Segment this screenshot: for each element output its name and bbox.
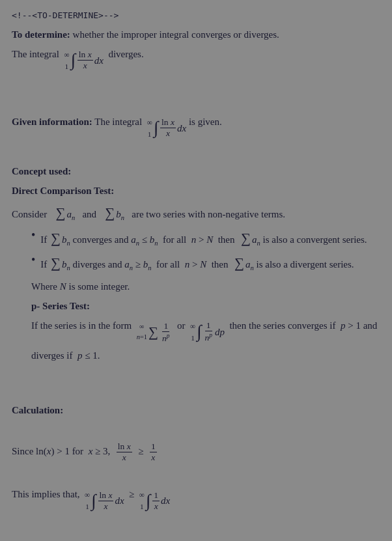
- p-integral-dp: dp: [215, 324, 225, 340]
- p-diverges-text: diverges if p ≤ 1.: [31, 348, 380, 363]
- imp-frac1-num: ln x: [98, 490, 114, 501]
- integral-upper: ∞: [64, 49, 69, 61]
- p-series-block: If the series is in the form ∞ n=1 ∑ 1 n…: [31, 318, 380, 363]
- imp-int2-lower: 1: [140, 501, 144, 512]
- since-frac: ln x x: [117, 441, 132, 463]
- p-integral-sym: ∫: [197, 323, 201, 340]
- imp-int1-lower: 1: [85, 501, 89, 512]
- since-frac-num: ln x: [117, 441, 132, 452]
- imp-frac1-den: x: [102, 501, 109, 512]
- p-integral-lower: 1: [191, 332, 195, 344]
- since-frac2: 1 x: [150, 441, 157, 463]
- since-frac-den: x: [121, 452, 128, 463]
- p-integral-frac: 1 np: [203, 320, 213, 343]
- dct-description: Consider ∑an and ∑bn are two series with…: [12, 202, 380, 225]
- p-series-sum: ∞ n=1 ∑ 1 np: [137, 321, 173, 344]
- concept-used: Concept used:: [12, 163, 380, 179]
- to-determine-content: whether the improper integral converges …: [73, 29, 279, 40]
- given-info-label: Given information:: [12, 117, 92, 127]
- given-integral-upper: ∞: [147, 117, 152, 128]
- given-info: Given information: The integral ∞ 1 ∫ ln…: [12, 114, 380, 140]
- p-integral-upper: ∞: [190, 320, 195, 332]
- given-is-given: is given.: [189, 117, 222, 127]
- p-series-num: 1: [162, 321, 169, 332]
- calc-header: Calculation:: [12, 402, 380, 418]
- given-integral-lower: 1: [148, 128, 152, 140]
- sum-lower: n=1: [137, 332, 147, 343]
- sum-bn-symbol: ∑: [105, 205, 115, 221]
- imp-frac2-num: 1: [152, 490, 160, 501]
- given-integral: ∞ 1 ∫ ln x x dx: [147, 117, 187, 140]
- implies-text: This implies that, ∞ 1 ∫ ln x x dx ≥ ∞ 1…: [12, 486, 380, 512]
- dct-header: Direct Comparison Test:: [12, 183, 380, 199]
- given-integral-fraction: ln x x: [160, 117, 176, 139]
- p-integral-num: 1: [205, 320, 212, 331]
- bullet-2: • If ∑bn diverges and an ≥ bn for all n …: [31, 253, 380, 275]
- p-series-label: p- Series Test:: [31, 298, 380, 314]
- imp-frac2: 1 x: [152, 490, 160, 512]
- imp-dx1: dx: [115, 493, 124, 508]
- p-series-text: If the series is in the form ∞ n=1 ∑ 1 n…: [31, 318, 380, 344]
- fraction-numerator: ln x: [77, 49, 93, 61]
- p-gt1: p: [341, 320, 346, 331]
- integral-lower: 1: [65, 61, 69, 72]
- given-dx: dx: [177, 120, 186, 136]
- given-info-text: The integral: [94, 117, 145, 127]
- to-determine-label: To determine:: [12, 29, 70, 40]
- concept-label: Concept used:: [12, 166, 71, 176]
- imp-frac2-den: x: [153, 501, 160, 512]
- imp-int2-sym: ∫: [146, 492, 150, 510]
- sum-an-symbol: ∑: [55, 205, 65, 221]
- page-container: <!--<TO-DETERMINE>--> To determine: whet…: [12, 9, 380, 512]
- fraction-denominator: x: [82, 61, 89, 71]
- p-series-frac: 1 np: [161, 321, 171, 344]
- imp-int1-upper: ∞: [85, 489, 90, 501]
- implies-integral1: ∞ 1 ∫ ln x x dx: [85, 489, 124, 512]
- given-fraction-denominator: x: [165, 128, 171, 139]
- p-series-integral: ∞ 1 ∫ 1 np dp: [190, 320, 225, 344]
- bullet-2-text: If ∑bn diverges and an ≥ bn for all n > …: [40, 253, 354, 275]
- implies-integral2: ∞ 1 ∫ 1 x dx: [139, 489, 170, 512]
- integral-symbol: ∫: [70, 51, 75, 69]
- p-series-den: np: [161, 332, 171, 344]
- bullet-2-dot: •: [31, 254, 35, 266]
- imp-frac1: ln x x: [98, 490, 114, 512]
- imp-dx2: dx: [161, 493, 170, 508]
- dct-label: Direct Comparison Test:: [12, 186, 114, 196]
- where-n: Where N is some integer.: [31, 279, 380, 294]
- comment-to-determine-open: <!--<TO-DETERMINE>-->: [12, 9, 380, 23]
- since-frac2-den: x: [150, 452, 156, 463]
- since-frac2-num: 1: [150, 441, 157, 452]
- answer-result: diverges.: [108, 49, 143, 59]
- p-le1: p: [77, 350, 83, 361]
- since-text: Since ln(x) > 1 for x ≥ 3, ln x x ≥ 1 x: [12, 441, 380, 463]
- to-determine-text: To determine: whether the improper integ…: [12, 27, 380, 42]
- integral-fraction: ln x x: [77, 49, 93, 71]
- given-integral-symbol: ∫: [154, 119, 158, 137]
- an-term: an: [66, 209, 75, 219]
- given-fraction-numerator: ln x: [160, 117, 176, 128]
- answer-text: The integral ∞ 1 ∫ ln x x dx diverges.: [12, 46, 380, 72]
- bullet-1: • If ∑bn converges and an ≤ bn for all n…: [31, 228, 380, 250]
- bullet-1-text: If ∑bn converges and an ≤ bn for all n >…: [40, 228, 367, 250]
- bn-term: bn: [116, 209, 124, 219]
- bullet-1-dot: •: [31, 229, 35, 241]
- dx-label: dx: [94, 53, 104, 68]
- imp-int1-sym: ∫: [91, 492, 96, 510]
- calc-label: Calculation:: [12, 405, 63, 415]
- p-series-sum-sym: ∑: [148, 322, 158, 344]
- imp-int2-upper: ∞: [139, 489, 145, 501]
- sum-upper: ∞: [139, 322, 145, 333]
- answer-integral: ∞ 1 ∫ ln x x dx: [64, 49, 104, 72]
- p-integral-den: np: [203, 331, 213, 343]
